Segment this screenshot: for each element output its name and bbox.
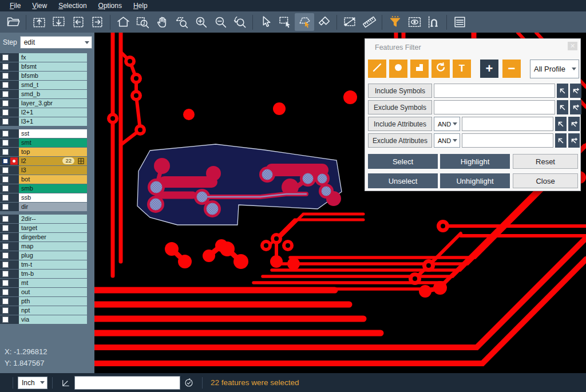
toolbar-ruler-button[interactable] <box>359 13 379 31</box>
layer-name[interactable]: smd_b <box>19 90 87 98</box>
layer-name[interactable]: ssb <box>19 193 87 202</box>
layer-checkbox[interactable] <box>2 225 9 231</box>
layer-checkbox[interactable] <box>2 298 9 304</box>
layer-checkbox[interactable] <box>2 82 9 88</box>
pick-arrow-button[interactable] <box>555 117 567 131</box>
pad-tool-button[interactable] <box>389 60 407 78</box>
layer-name[interactable]: out <box>19 288 87 296</box>
toolbar-clean-brush-button[interactable] <box>314 13 334 31</box>
layer-checkbox[interactable] <box>2 185 9 192</box>
remove-tool-button[interactable]: − <box>502 60 521 78</box>
menu-options[interactable]: Options <box>93 1 127 11</box>
toolbar-select-rectangle-button[interactable] <box>275 13 295 31</box>
toolbar-zoom-window-button[interactable] <box>133 13 152 31</box>
pick-arrow-button[interactable] <box>557 84 568 98</box>
layer-name[interactable]: dir <box>19 203 87 211</box>
menu-file[interactable]: File <box>5 1 26 11</box>
toolbar-show-eye-button[interactable] <box>405 13 424 31</box>
reset-button[interactable]: Reset <box>513 154 578 169</box>
toolbar-zoom-out-button[interactable] <box>211 13 230 31</box>
layer-checkbox[interactable] <box>2 289 9 295</box>
layer-checkbox[interactable] <box>2 271 9 277</box>
layer-name[interactable]: smt <box>19 138 87 147</box>
command-input[interactable] <box>74 376 180 390</box>
layer-checkbox[interactable] <box>2 176 9 183</box>
grid-icon[interactable] <box>78 158 84 165</box>
toolbar-pan-hand-button[interactable] <box>152 13 172 31</box>
pick-arrow-button[interactable] <box>557 100 568 114</box>
layer-checkbox[interactable] <box>2 140 9 146</box>
toolbar-zoom-previous-button[interactable] <box>230 13 250 31</box>
profile-select[interactable]: All Profile <box>530 60 579 78</box>
toolbar-snap-magnet-button[interactable] <box>424 13 444 31</box>
layer-name[interactable]: top <box>19 148 87 156</box>
history-check-icon[interactable] <box>184 378 194 388</box>
layer-checkbox[interactable] <box>2 91 9 97</box>
layer-checkbox[interactable] <box>2 73 9 79</box>
layer-name[interactable]: bfsmt <box>19 62 87 71</box>
toolbar-home-button[interactable] <box>113 13 133 31</box>
layer-checkbox[interactable] <box>2 252 9 259</box>
units-select[interactable]: Inch <box>18 377 47 389</box>
pick-arrow-add-button[interactable] <box>568 133 580 148</box>
layer-name[interactable]: bfsmb <box>19 72 87 80</box>
layer-name[interactable]: via <box>19 315 87 324</box>
arc-tool-button[interactable] <box>431 60 450 78</box>
pick-arrow-add-button[interactable] <box>570 100 581 114</box>
layer-checkbox[interactable] <box>2 130 9 137</box>
layer-name[interactable]: l2+1 <box>19 108 87 117</box>
toolbar-view-down-button[interactable] <box>49 13 68 31</box>
layer-name[interactable]: target <box>19 224 87 232</box>
layer-name[interactable]: tm-t <box>19 260 87 269</box>
menu-selection[interactable]: Selection <box>53 1 92 11</box>
layer-checkbox[interactable] <box>2 167 9 173</box>
layer-checkbox[interactable] <box>2 234 9 240</box>
exclude-attributes-button[interactable]: Exclude Attributes <box>368 133 432 148</box>
layer-checkbox[interactable] <box>2 204 9 210</box>
active-layer-indicator[interactable] <box>10 157 18 165</box>
layer-name[interactable]: tm-b <box>19 270 87 278</box>
menu-view[interactable]: View <box>27 1 52 11</box>
pick-arrow-add-button[interactable] <box>568 117 580 131</box>
toolbar-filter-button[interactable] <box>385 13 405 31</box>
layer-name[interactable]: bot <box>19 175 87 184</box>
highlight-button[interactable]: Highlight <box>440 154 510 169</box>
close-button[interactable]: Close <box>513 173 578 188</box>
step-select[interactable]: edit <box>20 36 92 49</box>
include-attributes-input[interactable] <box>462 117 553 131</box>
pick-arrow-add-button[interactable] <box>570 84 581 98</box>
layer-name[interactable]: plug <box>19 251 87 260</box>
layer-name[interactable]: fx <box>19 53 87 62</box>
toolbar-select-arrow-button[interactable] <box>256 13 275 31</box>
layer-name[interactable]: mt <box>19 279 87 287</box>
toolbar-open-button[interactable] <box>3 13 23 31</box>
layer-name[interactable]: map <box>19 242 87 251</box>
toolbar-zoom-in-button[interactable] <box>191 13 211 31</box>
toolbar-view-right-button[interactable] <box>88 13 107 31</box>
layer-name[interactable]: l3+1 <box>19 117 87 126</box>
pick-arrow-button[interactable] <box>555 133 567 148</box>
layer-checkbox[interactable] <box>2 64 9 70</box>
line-tool-button[interactable] <box>368 60 386 78</box>
layer-checkbox[interactable] <box>2 280 9 286</box>
toolbar-view-up-button[interactable] <box>29 13 49 31</box>
layer-checkbox[interactable] <box>2 307 9 314</box>
layer-checkbox[interactable] <box>2 54 9 61</box>
toolbar-view-left-button[interactable] <box>68 13 88 31</box>
surface-tool-button[interactable] <box>410 60 429 78</box>
unselect-button[interactable]: Unselect <box>368 173 438 188</box>
unhighlight-button[interactable]: Unhighlight <box>440 173 510 188</box>
layer-name[interactable]: smb <box>19 184 87 193</box>
layer-name[interactable]: smd_t <box>19 81 87 89</box>
add-tool-button[interactable]: + <box>480 60 498 78</box>
layer-checkbox[interactable] <box>2 195 9 201</box>
layer-checkbox[interactable] <box>2 118 9 125</box>
toolbar-measure-line-button[interactable] <box>340 13 359 31</box>
select-button[interactable]: Select <box>368 154 438 169</box>
text-tool-button[interactable]: T <box>453 60 471 78</box>
toolbar-zoom-object-button[interactable] <box>172 13 191 31</box>
layer-name[interactable]: pth <box>19 297 87 306</box>
exclude-symbols-button[interactable]: Exclude Symbols <box>368 100 432 114</box>
toolbar-select-polygon-button[interactable] <box>295 13 314 31</box>
layer-name[interactable]: npt <box>19 306 87 315</box>
